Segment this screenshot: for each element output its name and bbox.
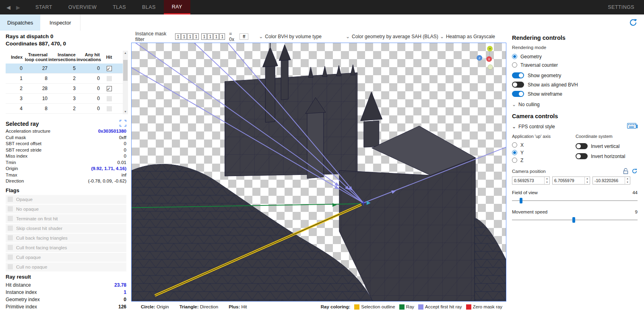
mask-bit[interactable]: 1 [213,33,219,40]
flag-checkbox[interactable] [8,226,13,231]
mask-bit[interactable]: 1 [181,33,187,40]
camera-x-spinner[interactable]: ▲▼ [512,177,550,185]
flag-checkbox[interactable] [8,235,13,240]
hit-checkbox[interactable] [107,96,112,101]
nav-start[interactable]: START [27,0,60,14]
toggle-invert-vertical[interactable]: Invert vertical [576,141,638,151]
scrollbar-thumb[interactable] [123,60,128,81]
table-row[interactable]: 027 50 ✓ [6,64,126,74]
flag-checkbox[interactable] [8,255,13,260]
prop-value: 0 [124,148,126,152]
purple-swatch [418,304,423,310]
hit-checkbox[interactable]: ✓ [107,86,112,91]
radio-icon[interactable] [512,62,517,68]
main-menu: START OVERVIEW TLAS BLAS RAY [27,0,190,14]
ray-list-panel: Rays at dispatch 0 Coordinates 887, 470,… [0,31,131,312]
nav-settings[interactable]: SETTINGS [598,0,644,14]
toggle-icon[interactable] [512,72,524,78]
chevron-down-icon: ⌄ [512,124,516,129]
radio-traversal-counter[interactable]: Traversal counter [512,61,638,69]
toggle-show-bvh[interactable]: Show axis aligned BVH [512,80,638,89]
chevron-down-icon: ⌄ [512,102,516,107]
spinner-arrows[interactable]: ▲▼ [584,177,590,184]
legend-accept-first-hit: Accept first hit ray [418,304,462,310]
toggle-invert-horizontal[interactable]: Invert horizontal [576,151,638,161]
mask-bit[interactable]: 1 [175,33,181,40]
scroll-down-icon[interactable]: ▼ [124,109,127,114]
flag-checkbox[interactable] [8,245,13,250]
pane-tabs: Dispatches Inspector [0,14,644,31]
table-row[interactable]: 48 20 [6,104,126,114]
toggle-icon[interactable] [512,82,524,88]
nav-tlas[interactable]: TLAS [105,0,134,14]
back-icon[interactable]: ◀ [6,4,10,10]
flag-row: Cull opaque [6,253,126,262]
tab-dispatches[interactable]: Dispatches [0,14,40,31]
result-label: Geometry index [6,297,40,302]
radio-axis-x[interactable]: X [512,141,573,149]
focus-ray-icon[interactable] [120,120,126,128]
radio-axis-z[interactable]: Z [512,156,573,164]
table-row[interactable]: 228 30 ✓ [6,84,126,94]
radio-icon[interactable] [512,150,517,155]
fov-slider[interactable] [512,197,638,204]
result-label: Hit distance [6,282,31,288]
rays-coordinates-title: Coordinates 887, 470, 0 [6,40,126,47]
flag-checkbox[interactable] [8,206,13,211]
toggle-icon[interactable] [576,153,588,159]
viewport-3d-canvas[interactable]: Y Z X [131,43,506,302]
toggle-icon[interactable] [576,143,588,149]
radio-icon[interactable] [512,142,517,148]
svg-text:Z: Z [479,56,481,60]
spinner-arrows[interactable]: ▲▼ [544,177,549,184]
fov-slider-thumb[interactable] [520,198,522,203]
movement-speed-slider-thumb[interactable] [572,217,575,223]
radio-icon[interactable] [512,54,517,59]
flag-row: Cull front facing triangles [6,243,126,252]
mask-bit[interactable]: 1 [201,33,207,40]
forward-icon[interactable]: ▶ [16,4,20,10]
reset-camera-icon[interactable] [632,168,638,174]
radio-axis-y[interactable]: Y [512,149,573,156]
bvh-color-dropdown[interactable]: ⌄Color BVH by volume type [259,34,322,39]
hit-checkbox[interactable]: ✓ [107,66,112,71]
axis-gizmo[interactable]: Y Z X [477,46,493,70]
3d-scene: Y Z X [132,43,506,301]
mask-bit[interactable]: 1 [193,33,199,40]
mask-bit[interactable]: 1 [207,33,213,40]
control-style-dropdown[interactable]: ⌄ FPS control style [512,123,638,130]
mask-bit[interactable]: 1 [219,33,225,40]
nav-overview[interactable]: OVERVIEW [60,0,105,14]
toggle-show-geometry[interactable]: Show geometry [512,71,638,80]
camera-y-spinner[interactable]: ▲▼ [552,177,590,185]
scroll-up-icon[interactable]: ▲ [124,51,127,55]
flag-checkbox[interactable] [8,197,13,202]
mask-bit[interactable]: 1 [187,33,193,40]
radio-geometry[interactable]: Geometry [512,52,638,61]
table-row[interactable]: 310 30 [6,94,126,104]
hit-checkbox[interactable] [107,76,112,81]
tab-inspector[interactable]: Inspector [40,14,80,31]
camera-z-spinner[interactable]: ▲▼ [592,177,630,185]
toggle-show-wireframe[interactable]: Show wireframe [512,89,638,99]
flag-checkbox[interactable] [8,264,13,269]
instance-mask-bits: 1 1 1 1 1 1 1 1 [175,33,225,40]
nav-ray[interactable]: RAY [164,0,190,14]
flag-row: Cull back facing triangles [6,234,126,242]
spinner-arrows[interactable]: ▲▼ [625,177,630,184]
movement-speed-slider[interactable] [512,217,638,223]
flag-checkbox[interactable] [8,216,13,221]
hit-checkbox[interactable] [107,106,112,111]
toggle-icon[interactable] [512,91,524,97]
lock-icon[interactable] [623,168,628,174]
table-scrollbar[interactable]: ▲ ▼ [123,51,128,114]
table-row[interactable]: 18 20 [6,74,126,84]
refresh-icon[interactable] [629,18,638,27]
mask-hex-input[interactable] [239,33,248,40]
heatmap-dropdown[interactable]: ⌄Heatmap as Grayscale [440,34,495,39]
culling-dropdown[interactable]: ⌄No culling [512,102,638,107]
prop-label: SBT record stride [6,148,41,152]
nav-blas[interactable]: BLAS [134,0,164,14]
geometry-color-dropdown[interactable]: ⌄Color geometry by average SAH (BLAS) [346,34,438,39]
radio-icon[interactable] [512,158,517,163]
